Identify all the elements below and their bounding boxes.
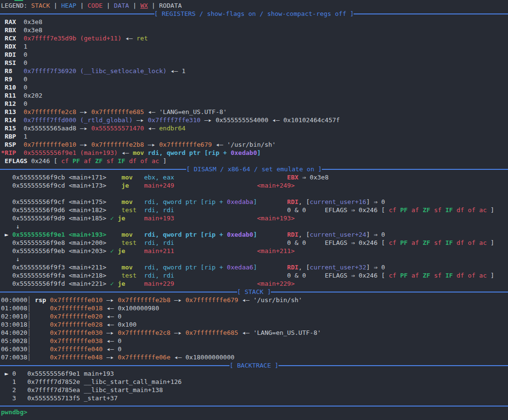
terminal-output: LEGEND: STACK | HEAP | CODE | DATA | WX … [0, 1, 508, 402]
register-row-eflags: EFLAGS 0x246 [ cf PF af ZF sf IF df of a… [0, 157, 508, 165]
disasm-row-main221: 0x55555556f9fd <main+221> ✓ je main+229 … [0, 280, 508, 288]
register-row-r15: R15 0x55555565aad8 —▸ 0x555555571470 ◂— … [0, 124, 508, 132]
register-row-rip: *RIP 0x55555556f9e1 (main+193) ◂— mov rd… [0, 149, 508, 157]
register-row-r13: R13 0x7fffffffe2c8 —▸ 0x7fffffffe685 ◂— … [0, 108, 508, 116]
disasm-row-main203: 0x55555556f9eb <main+203> ✓ je main+211 … [0, 247, 508, 255]
section-title-disasm: [ DISASM / x86-64 / set emulate on ] [186, 165, 322, 173]
disasm-row-main175: 0x55555556f9cf <main+175> mov rdi, qword… [0, 198, 508, 206]
section-title-registers: [ REGISTERS / show-flags on / show-compa… [154, 10, 354, 18]
register-row-r12: R12 0 [0, 100, 508, 108]
stack-row-07: 07:0038│ 0x7fffffffe048 —▸ 0x7fffffffe06… [0, 353, 508, 361]
disasm-row-main182: 0x55555556f9d6 <main+182> test rdi, rdi … [0, 206, 508, 214]
register-row-rsp: RSP 0x7fffffffe010 —▸ 0x7fffffffe2b8 —▸ … [0, 140, 508, 149]
register-row-r14: R14 0x7ffff7ffd000 (_rtld_global) —▸ 0x7… [0, 116, 508, 124]
disasm-row-main218: 0x55555556f9fa <main+218> test rdi, rdi … [0, 271, 508, 280]
disasm-row-blank [0, 190, 508, 198]
register-row-rdx: RDX 1 [0, 42, 508, 51]
disasm-row-main193-current: ► 0x55555556f9e1 <main+193> mov rdi, qwo… [0, 230, 508, 239]
disasm-row-main211: 0x55555556f9f3 <main+211> mov rdi, qword… [0, 263, 508, 271]
disasm-row-main171: 0x55555556f9cb <main+171> mov ebx, eax E… [0, 173, 508, 181]
legend-line: LEGEND: STACK | HEAP | CODE | DATA | WX … [0, 1, 508, 10]
disasm-row-main185: 0x55555556f9d9 <main+185> ✓ je main+193 … [0, 214, 508, 222]
disasm-row-flow-arrow-1: ↓ [0, 222, 508, 230]
backtrace-frame-2: 2 0x7ffff7d785ea __libc_start_main+138 [0, 386, 508, 394]
prompt-separator [0, 406, 508, 407]
stack-row-04: 04:0020│ 0x7fffffffe030 —▸ 0x7fffffffe2c… [0, 329, 508, 337]
prompt-label: pwndbg> [1, 408, 27, 416]
section-header-registers: [ REGISTERS / show-flags on / show-compa… [0, 10, 508, 18]
stack-row-00: 00:0000│ rsp 0x7fffffffe010 —▸ 0x7ffffff… [0, 296, 508, 304]
register-row-rsi: RSI 0 [0, 59, 508, 67]
section-header-backtrace: [ BACKTRACE ] [0, 361, 508, 369]
section-header-stack: [ STACK ] [0, 288, 508, 296]
register-row-rbp: RBP 1 [0, 132, 508, 140]
register-row-r10: R10 0 [0, 83, 508, 91]
section-header-disasm: [ DISASM / x86-64 / set emulate on ] [0, 165, 508, 173]
cutoff-text-fragment [14, 0, 23, 1]
disasm-row-main200: 0x55555556f9e8 <main+200> test rdi, rdi … [0, 239, 508, 247]
pwndbg-terminal: LEGEND: STACK | HEAP | CODE | DATA | WX … [0, 0, 508, 420]
register-row-r11: R11 0x202 [0, 91, 508, 100]
disasm-row-flow-arrow-2: ↓ [0, 255, 508, 263]
command-prompt[interactable]: pwndbg> [0, 408, 508, 416]
register-row-rcx: RCX 0x7ffff7e35d9b (getuid+11) ◂— ret [0, 34, 508, 42]
register-row-rbx: RBX 0x3e8 [0, 26, 508, 34]
backtrace-frame-1: 1 0x7ffff7d7852e __libc_start_call_main+… [0, 378, 508, 386]
stack-row-06: 06:0030│ 0x7fffffffe040 ◂— 0 [0, 345, 508, 353]
section-title-stack: [ STACK ] [237, 288, 271, 296]
register-row-r8: R8 0x7ffff7f36920 (__libc_setlocale_lock… [0, 67, 508, 75]
register-row-r9: R9 0 [0, 75, 508, 83]
register-row-rdi: RDI 0 [0, 51, 508, 59]
stack-row-01: 01:0008│ 0x7fffffffe018 ◂— 0x100000980 [0, 304, 508, 312]
register-row-rax: RAX 0x3e8 [0, 18, 508, 26]
stack-row-05: 05:0028│ 0x7fffffffe038 ◂— 0 [0, 337, 508, 345]
backtrace-frame-3: 3 0x5555555713f5 _start+37 [0, 394, 508, 402]
disasm-row-main173: 0x55555556f9cd <main+173> je main+249 <m… [0, 181, 508, 190]
stack-row-02: 02:0010│ 0x7fffffffe020 ◂— 0 [0, 312, 508, 320]
section-title-backtrace: [ BACKTRACE ] [229, 361, 279, 369]
stack-row-03: 03:0018│ 0x7fffffffe028 ◂— 0x100 [0, 320, 508, 329]
backtrace-frame-0: ► 0 0x55555556f9e1 main+193 [0, 369, 508, 378]
